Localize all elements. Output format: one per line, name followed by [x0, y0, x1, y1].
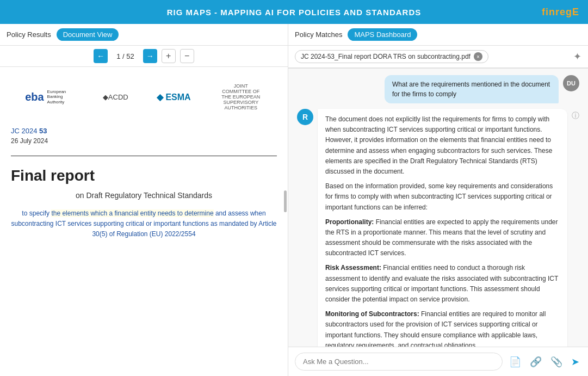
ai-transition: Based on the information provided, some …: [325, 181, 560, 213]
ai-bullet-item: Monitoring of Subcontractors: Financial …: [325, 309, 560, 347]
ai-info-icon[interactable]: ⓘ: [572, 111, 579, 121]
app-title: RIG MAPS - MAPPING AI FOR POLICIES AND S…: [167, 8, 421, 17]
ai-bullet-item: Risk Assessment: Financial entities need…: [325, 263, 560, 305]
file-tag-close-button[interactable]: ×: [474, 52, 482, 61]
doc-logos: eba European Banking Authority ◆ACDD ◆ E…: [11, 83, 277, 110]
doc-reference: JC 2024 53: [11, 127, 277, 135]
ai-bullets: Proportionality: Financial entities are …: [325, 217, 560, 347]
user-message: What are the requirements mentioned in t…: [297, 75, 579, 103]
logo-joint: JOINT COMMITTEE OF THE EUROPEAN SUPERVIS…: [219, 83, 263, 110]
tab-maps-dashboard[interactable]: MAPS Dashboard: [348, 28, 417, 41]
doc-subtitle: on Draft Regulatory Technical Standards: [11, 191, 277, 200]
doc-scrollbar[interactable]: [284, 190, 287, 212]
ai-content: The document does not explicitly list th…: [318, 109, 567, 347]
logo-esma: ◆ ESMA: [157, 92, 191, 102]
zoom-out-button[interactable]: −: [180, 49, 194, 63]
file-tag-label: JC 2024-53_Final report DORA TRS on subc…: [301, 53, 471, 60]
file-tag-row: JC 2024-53_Final report DORA TRS on subc…: [288, 46, 588, 68]
doc-content-area: eba European Banking Authority ◆ACDD ◆ E…: [0, 67, 288, 376]
user-avatar: DU: [563, 75, 579, 91]
tab-policy-results[interactable]: Policy Results: [7, 30, 51, 39]
page-indicator: 1 / 52: [112, 52, 139, 60]
logo-acdd: ◆ACDD: [103, 93, 128, 101]
pin-icon[interactable]: ✦: [573, 51, 581, 63]
logo-eba: eba European Banking Authority: [25, 89, 74, 105]
tab-policy-matches[interactable]: Policy Matches: [295, 30, 342, 39]
app-logo: finregE: [542, 7, 579, 18]
ai-bubble: The document does not explicitly list th…: [318, 109, 567, 347]
doc-divider: [11, 156, 277, 156]
right-tab-bar: Policy Matches MAPS Dashboard: [288, 24, 588, 46]
attach-button[interactable]: 📎: [548, 354, 565, 370]
left-panel: Policy Results Document View ← 1 / 52 → …: [0, 24, 288, 376]
right-panel: Policy Matches MAPS Dashboard JC 2024-53…: [288, 24, 588, 376]
ai-bullet-item: Proportionality: Financial entities are …: [325, 217, 560, 259]
app-header: RIG MAPS - MAPPING AI FOR POLICIES AND S…: [0, 0, 588, 24]
main-container: Policy Results Document View ← 1 / 52 → …: [0, 24, 588, 376]
send-button[interactable]: ➤: [569, 354, 581, 370]
ai-avatar: R: [297, 109, 313, 125]
next-page-button[interactable]: →: [143, 49, 157, 63]
copy-button[interactable]: 📄: [507, 354, 523, 370]
ai-intro: The document does not explicitly list th…: [325, 114, 560, 177]
doc-date: 26 July 2024: [11, 137, 277, 145]
user-bubble: What are the requirements mentioned in t…: [385, 75, 559, 103]
doc-body: to specify the elements which a financia…: [11, 208, 277, 240]
doc-nav-controls: ← 1 / 52 → + −: [0, 46, 288, 67]
tab-document-view[interactable]: Document View: [57, 28, 119, 41]
zoom-in-button[interactable]: +: [162, 49, 176, 63]
doc-title: Final report: [11, 167, 277, 184]
prev-page-button[interactable]: ←: [94, 49, 108, 63]
link-button[interactable]: 🔗: [528, 354, 544, 370]
chat-input-row: 📄 🔗 📎 ➤: [288, 347, 588, 376]
chat-area: What are the requirements mentioned in t…: [288, 69, 588, 347]
left-tab-bar: Policy Results Document View: [0, 24, 288, 46]
ai-message: R The document does not explicitly list …: [297, 109, 579, 347]
file-tag: JC 2024-53_Final report DORA TRS on subc…: [295, 50, 488, 63]
chat-input[interactable]: [295, 353, 503, 371]
